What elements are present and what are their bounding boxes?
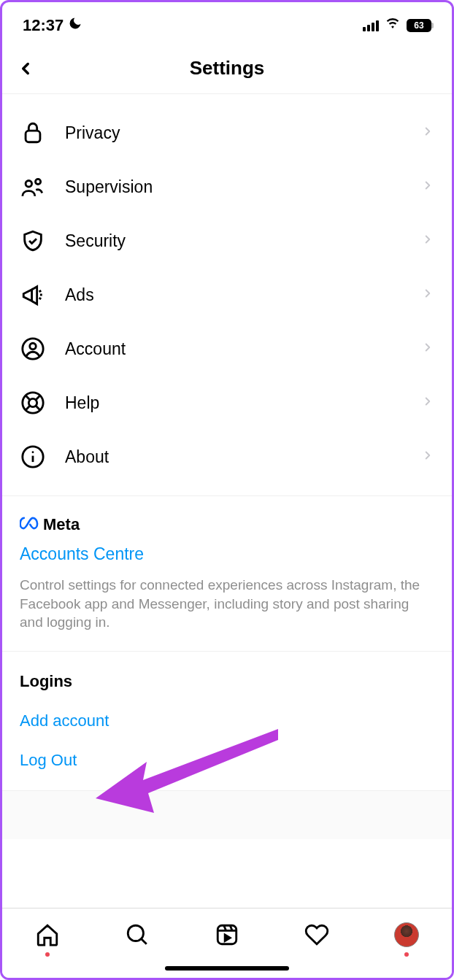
meta-section: Meta Accounts Centre Control settings fo… — [2, 496, 452, 652]
svg-line-11 — [141, 939, 146, 944]
chevron-left-icon — [16, 59, 35, 78]
info-icon — [20, 444, 46, 470]
nav-home[interactable] — [31, 919, 64, 951]
search-icon — [125, 922, 150, 947]
svg-rect-0 — [26, 131, 40, 142]
nav-reels[interactable] — [211, 919, 243, 951]
settings-row-about[interactable]: About — [2, 430, 452, 484]
chevron-right-icon — [421, 233, 434, 249]
status-time: 12:37 — [23, 16, 64, 35]
add-account-link[interactable]: Add account — [20, 711, 434, 730]
svg-point-9 — [32, 451, 34, 453]
settings-label: About — [65, 447, 402, 467]
svg-point-10 — [128, 925, 143, 941]
settings-label: Help — [65, 393, 402, 413]
meta-brand-text: Meta — [43, 515, 80, 534]
settings-label: Privacy — [65, 123, 402, 143]
meta-description: Control settings for connected experienc… — [20, 576, 434, 632]
svg-point-1 — [26, 181, 32, 188]
svg-rect-12 — [218, 925, 236, 944]
status-bar: 12:37 63 — [2, 2, 452, 43]
chevron-right-icon — [421, 449, 434, 465]
chevron-right-icon — [421, 395, 434, 411]
settings-header: Settings — [2, 43, 452, 94]
logins-section: Logins Add account Log Out — [2, 652, 452, 791]
chevron-right-icon — [421, 179, 434, 195]
notification-dot — [404, 952, 409, 957]
svg-point-5 — [23, 393, 43, 413]
meta-logo-icon — [20, 517, 39, 533]
person-circle-icon — [20, 336, 46, 362]
svg-point-2 — [36, 179, 41, 184]
nav-search[interactable] — [121, 919, 153, 951]
empty-footer — [2, 791, 452, 839]
chevron-right-icon — [421, 287, 434, 303]
settings-row-ads[interactable]: Ads — [2, 268, 452, 322]
megaphone-icon — [20, 282, 46, 308]
chevron-right-icon — [421, 341, 434, 357]
meta-brand: Meta — [20, 515, 434, 534]
settings-label: Security — [65, 231, 402, 251]
svg-marker-16 — [225, 935, 230, 941]
settings-row-help[interactable]: Help — [2, 376, 452, 430]
home-indicator — [165, 966, 289, 971]
settings-row-account[interactable]: Account — [2, 322, 452, 376]
accounts-centre-link[interactable]: Accounts Centre — [20, 544, 434, 564]
heart-icon — [304, 922, 329, 947]
back-button[interactable] — [9, 53, 42, 85]
chevron-right-icon — [421, 125, 434, 141]
settings-row-privacy[interactable]: Privacy — [2, 106, 452, 160]
home-icon — [35, 922, 60, 947]
avatar — [394, 922, 419, 947]
supervision-icon — [20, 174, 46, 200]
settings-label: Account — [65, 339, 402, 359]
logins-title: Logins — [20, 672, 434, 691]
settings-row-supervision[interactable]: Supervision — [2, 160, 452, 214]
nav-activity[interactable] — [301, 919, 333, 951]
lifebuoy-icon — [20, 390, 46, 416]
battery-icon: 63 — [407, 19, 431, 32]
lock-icon — [20, 120, 46, 146]
nav-profile[interactable] — [390, 919, 423, 951]
log-out-link[interactable]: Log Out — [20, 751, 434, 770]
settings-label: Ads — [65, 285, 402, 305]
reels-icon — [215, 922, 239, 947]
settings-label: Supervision — [65, 177, 402, 197]
svg-point-4 — [30, 343, 36, 350]
wifi-icon — [385, 18, 401, 34]
svg-point-6 — [28, 398, 36, 406]
notification-dot — [45, 952, 50, 957]
settings-row-security[interactable]: Security — [2, 214, 452, 268]
signal-icon — [363, 20, 379, 31]
shield-icon — [20, 228, 46, 254]
moon-icon — [68, 16, 82, 35]
page-title: Settings — [2, 57, 452, 80]
settings-list: Privacy Supervision Security Ads — [2, 94, 452, 495]
